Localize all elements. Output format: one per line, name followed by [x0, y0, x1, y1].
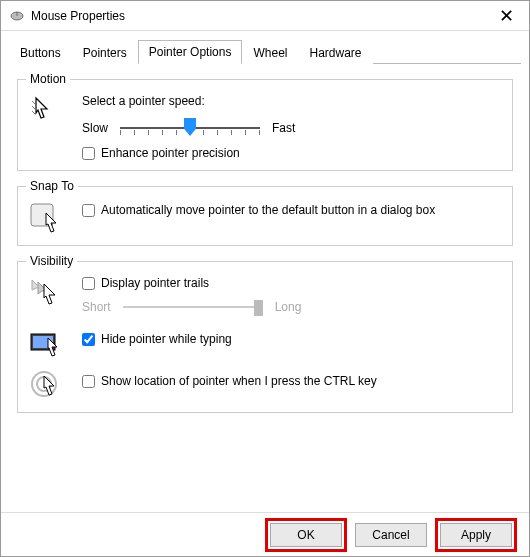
speed-slider[interactable]: [120, 116, 260, 140]
hide-typing-icon: [30, 330, 64, 358]
cancel-button[interactable]: Cancel: [355, 523, 427, 547]
svg-line-4: [32, 111, 35, 114]
trails-slider: [123, 296, 263, 318]
content: Motion Select a pointer speed: Slow: [1, 64, 529, 512]
visibility-legend: Visibility: [26, 254, 77, 268]
apply-button[interactable]: Apply: [440, 523, 512, 547]
footer: OK Cancel Apply: [1, 512, 529, 556]
trails-label: Display pointer trails: [101, 276, 209, 290]
fast-label: Fast: [272, 121, 295, 135]
snapto-row: Automatically move pointer to the defaul…: [82, 203, 500, 217]
close-button[interactable]: ✕: [491, 5, 521, 27]
tab-pointers[interactable]: Pointers: [72, 41, 138, 64]
window-title: Mouse Properties: [31, 9, 125, 23]
motion-legend: Motion: [26, 72, 70, 86]
cursor-speed-icon: [32, 96, 62, 126]
snapto-label: Automatically move pointer to the defaul…: [101, 203, 435, 217]
visibility-group: Visibility Display pointer trails: [17, 254, 513, 413]
tab-buttons[interactable]: Buttons: [9, 41, 72, 64]
enhance-precision-checkbox[interactable]: [82, 147, 95, 160]
long-label: Long: [275, 300, 302, 314]
tabs: Buttons Pointers Pointer Options Wheel H…: [9, 39, 521, 64]
tab-wheel[interactable]: Wheel: [242, 41, 298, 64]
hide-typing-label: Hide pointer while typing: [101, 332, 232, 346]
short-label: Short: [82, 300, 111, 314]
tab-pointer-options[interactable]: Pointer Options: [138, 40, 243, 64]
svg-line-3: [32, 106, 35, 109]
enhance-precision-label: Enhance pointer precision: [101, 146, 240, 160]
snapto-checkbox[interactable]: [82, 204, 95, 217]
enhance-precision-row: Enhance pointer precision: [82, 146, 500, 160]
ctrl-locate-row: Show location of pointer when I press th…: [82, 374, 500, 388]
ctrl-locate-checkbox[interactable]: [82, 375, 95, 388]
mouse-properties-dialog: Mouse Properties ✕ Buttons Pointers Poin…: [0, 0, 530, 557]
trails-row: Display pointer trails: [82, 276, 500, 290]
ctrl-locate-label: Show location of pointer when I press th…: [101, 374, 377, 388]
speed-label: Select a pointer speed:: [82, 94, 500, 108]
ctrl-locate-icon: [30, 370, 64, 402]
snapto-group: Snap To Automatically move pointer to th…: [17, 179, 513, 246]
slow-label: Slow: [82, 121, 108, 135]
apply-highlight: Apply: [435, 518, 517, 552]
mouse-icon: [9, 10, 25, 22]
ok-button[interactable]: OK: [270, 523, 342, 547]
snapto-legend: Snap To: [26, 179, 78, 193]
trails-icon: [30, 278, 64, 308]
svg-line-2: [32, 101, 35, 104]
ok-highlight: OK: [265, 518, 347, 552]
hide-typing-checkbox[interactable]: [82, 333, 95, 346]
trails-checkbox[interactable]: [82, 277, 95, 290]
tab-hardware[interactable]: Hardware: [298, 41, 372, 64]
snap-to-icon: [30, 203, 64, 235]
motion-group: Motion Select a pointer speed: Slow: [17, 72, 513, 171]
hide-typing-row: Hide pointer while typing: [82, 332, 500, 346]
titlebar: Mouse Properties ✕: [1, 1, 529, 31]
